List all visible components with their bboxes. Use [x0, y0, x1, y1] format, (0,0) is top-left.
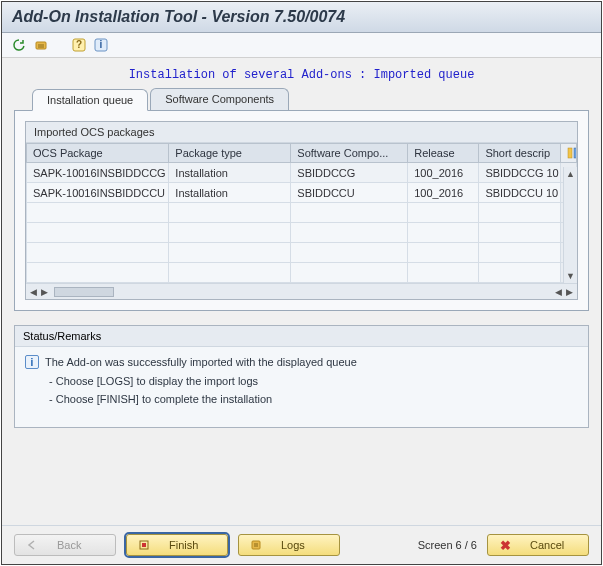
cell: SBIDDCCG	[291, 163, 408, 183]
cell: SAPK-10016INSBIDDCCU	[27, 183, 169, 203]
logs-icon	[249, 539, 263, 551]
packages-table: OCS Package Package type Software Compo.…	[26, 143, 577, 283]
cell: 100_2016	[408, 163, 479, 183]
svg-rect-6	[574, 148, 577, 158]
finish-icon	[137, 539, 151, 551]
column-config-icon[interactable]	[560, 144, 576, 163]
table-row[interactable]: SAPK-10016INSBIDDCCG Installation SBIDDC…	[27, 163, 577, 183]
button-label: Logs	[281, 539, 305, 551]
status-text: The Add-on was successfully imported wit…	[45, 353, 357, 372]
vertical-scrollbar[interactable]: ▲ ▼	[563, 167, 577, 283]
cell: Installation	[169, 163, 291, 183]
cell: SBIDDCCU 10	[479, 183, 560, 203]
scroll-up-icon[interactable]: ▲	[566, 167, 575, 181]
info-icon: i	[25, 355, 39, 369]
status-text: - Choose [FINISH] to complete the instal…	[25, 390, 578, 409]
status-title: Status/Remarks	[15, 326, 588, 347]
tab-software-components[interactable]: Software Components	[150, 88, 289, 110]
horizontal-scrollbar[interactable]: ◀ ▶ ◀ ▶	[26, 283, 577, 299]
toolbar: ? i	[2, 33, 601, 58]
scroll-right-icon[interactable]: ▶	[564, 287, 575, 297]
button-label: Cancel	[530, 539, 564, 551]
screen-counter: Screen 6 / 6	[418, 539, 477, 551]
cell: SAPK-10016INSBIDDCCG	[27, 163, 169, 183]
cell: Installation	[169, 183, 291, 203]
help-icon[interactable]: ?	[70, 36, 88, 54]
table-row	[27, 203, 577, 223]
svg-rect-5	[568, 148, 572, 158]
cancel-button[interactable]: ✖ Cancel	[487, 534, 589, 556]
button-label: Finish	[169, 539, 198, 551]
status-body: i The Add-on was successfully imported w…	[15, 347, 588, 427]
col-ocs-package[interactable]: OCS Package	[27, 144, 169, 163]
status-text: - Choose [LOGS] to display the import lo…	[25, 372, 578, 391]
col-software-comp[interactable]: Software Compo...	[291, 144, 408, 163]
status-line: i The Add-on was successfully imported w…	[25, 353, 578, 372]
col-package-type[interactable]: Package type	[169, 144, 291, 163]
app-window: Add-On Installation Tool - Version 7.50/…	[1, 1, 602, 565]
table-row	[27, 263, 577, 283]
footer-bar: Back Finish Logs Screen 6 / 6 ✖ Cancel	[2, 525, 601, 564]
back-icon	[25, 539, 39, 551]
scroll-left-icon[interactable]: ◀	[28, 287, 39, 297]
col-short-desc[interactable]: Short descrip	[479, 144, 560, 163]
logs-button[interactable]: Logs	[238, 534, 340, 556]
button-label: Back	[57, 539, 81, 551]
cancel-icon: ✖	[498, 538, 512, 553]
table-row	[27, 223, 577, 243]
scroll-right-icon[interactable]: ▶	[39, 287, 50, 297]
table-row[interactable]: SAPK-10016INSBIDDCCU Installation SBIDDC…	[27, 183, 577, 203]
import-queue-icon[interactable]	[32, 36, 50, 54]
page-title: Add-On Installation Tool - Version 7.50/…	[2, 2, 601, 33]
finish-button[interactable]: Finish	[126, 534, 228, 556]
info-icon[interactable]: i	[92, 36, 110, 54]
scroll-left-icon[interactable]: ◀	[553, 287, 564, 297]
back-button: Back	[14, 534, 116, 556]
subtitle: Installation of several Add-ons : Import…	[2, 58, 601, 88]
tab-strip: Installation queue Software Components	[2, 88, 601, 110]
packages-group: Imported OCS packages OCS Package Packag…	[25, 121, 578, 300]
scroll-down-icon[interactable]: ▼	[566, 269, 575, 283]
cell: SBIDDCCG 10	[479, 163, 560, 183]
refresh-icon[interactable]	[10, 36, 28, 54]
tab-installation-queue[interactable]: Installation queue	[32, 89, 148, 111]
col-release[interactable]: Release	[408, 144, 479, 163]
group-title: Imported OCS packages	[26, 122, 577, 143]
status-group: Status/Remarks i The Add-on was successf…	[14, 325, 589, 428]
tab-panel: Imported OCS packages OCS Package Packag…	[14, 110, 589, 311]
svg-text:?: ?	[76, 39, 82, 50]
grid-wrap: OCS Package Package type Software Compo.…	[26, 143, 577, 299]
cell: 100_2016	[408, 183, 479, 203]
svg-rect-8	[252, 541, 260, 549]
table-row	[27, 243, 577, 263]
table-header-row: OCS Package Package type Software Compo.…	[27, 144, 577, 163]
cell: SBIDDCCU	[291, 183, 408, 203]
svg-text:i: i	[100, 39, 103, 50]
scroll-thumb[interactable]	[54, 287, 114, 297]
